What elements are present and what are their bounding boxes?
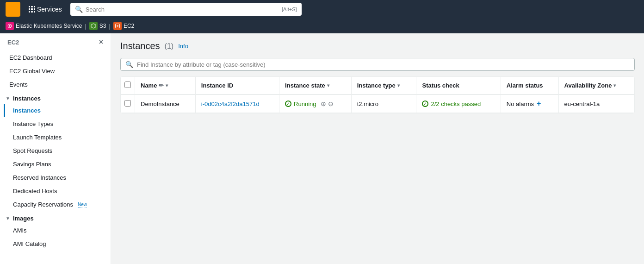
row-az-cell: eu-central-1a: [558, 94, 634, 113]
state-label: Running: [294, 101, 316, 107]
zoom-icons: ⊕ ⊖: [321, 100, 334, 107]
eks-label: Elastic Kubernetes Service: [16, 23, 82, 29]
col-alarm-status: Alarm status: [501, 77, 558, 94]
breadcrumb-ec2[interactable]: EC2: [113, 22, 134, 30]
sidebar-item-dedicated-hosts[interactable]: Dedicated Hosts: [4, 184, 111, 198]
sidebar-item-spot-requests[interactable]: Spot Requests: [4, 144, 111, 157]
instances-section-arrow: ▼: [6, 96, 10, 101]
instance-id-link[interactable]: i-0d02c4a2f2da1571d: [201, 101, 260, 107]
sidebar-item-ami-catalog[interactable]: AMI Catalog: [4, 237, 111, 251]
breadcrumb-s3[interactable]: S3: [89, 22, 106, 30]
instance-state-running: ✓ Running ⊕ ⊖: [285, 100, 346, 107]
row-instance-type-cell: t2.micro: [351, 94, 416, 113]
col-instance-state[interactable]: Instance state ▾: [279, 77, 352, 94]
sidebar-item-launch-templates[interactable]: Launch Templates: [4, 131, 111, 144]
status-check-dot: ✓: [422, 101, 428, 107]
table-row: DemoInstance i-0d02c4a2f2da1571d ✓ Runni…: [121, 94, 634, 113]
row-status-check-cell: ✓ 2/2 checks passed: [416, 94, 501, 113]
sidebar-section-images[interactable]: ▼ Images: [0, 211, 111, 224]
sidebar-close-button[interactable]: ×: [99, 38, 103, 46]
az-sort-icon[interactable]: ▾: [613, 83, 616, 88]
alarm-status-container: No alarms +: [507, 100, 553, 108]
images-section-arrow: ▼: [6, 216, 10, 221]
page-title: Instances: [120, 41, 160, 51]
add-alarm-button[interactable]: +: [537, 100, 541, 108]
sidebar-item-ec2-dashboard[interactable]: EC2 Dashboard: [0, 51, 111, 64]
images-section-label: Images: [13, 215, 34, 222]
aws-logo: [6, 2, 20, 17]
sidebar-header: EC2 ×: [0, 33, 111, 51]
instances-section-label: Instances: [13, 95, 41, 102]
alarm-status-value: No alarms: [507, 101, 534, 107]
status-checks: ✓ 2/2 checks passed: [422, 101, 495, 107]
sidebar: EC2 × EC2 Dashboard EC2 Global View Even…: [0, 33, 111, 264]
filter-bar[interactable]: 🔍: [120, 58, 635, 71]
sidebar-item-ec2-global-view[interactable]: EC2 Global View: [0, 64, 111, 78]
sidebar-item-reserved-instances[interactable]: Reserved Instances: [4, 171, 111, 184]
sidebar-sub-images: AMIs AMI Catalog: [0, 224, 111, 251]
search-icon: 🔍: [75, 6, 83, 13]
main-layout: EC2 × EC2 Dashboard EC2 Global View Even…: [0, 33, 644, 264]
sidebar-section-instances[interactable]: ▼ Instances: [0, 91, 111, 104]
select-all-checkbox[interactable]: [124, 82, 131, 88]
services-label: Services: [37, 6, 62, 13]
sidebar-item-events[interactable]: Events: [0, 78, 111, 91]
breadcrumb-bar: Elastic Kubernetes Service | S3 | EC2: [0, 19, 644, 33]
grid-icon: [29, 6, 35, 13]
col-instance-type[interactable]: Instance type ▾: [351, 77, 416, 94]
col-status-check: Status check: [416, 77, 501, 94]
col-instance-id: Instance ID: [195, 77, 279, 94]
row-checkbox[interactable]: [124, 100, 131, 107]
eks-icon: [6, 22, 14, 30]
table-header-row: Name ✏ ▾ Instance ID Ins: [121, 77, 634, 94]
info-link[interactable]: Info: [178, 43, 188, 50]
page-header: Instances (1) Info: [120, 41, 635, 51]
type-sort-icon[interactable]: ▾: [397, 83, 400, 88]
filter-input[interactable]: [137, 61, 630, 68]
breadcrumb-eks[interactable]: Elastic Kubernetes Service: [6, 22, 82, 30]
ec2-icon: [113, 22, 122, 30]
zoom-out-icon[interactable]: ⊖: [328, 100, 334, 107]
capacity-reservations-badge: New: [78, 202, 87, 207]
row-instance-id-cell: i-0d02c4a2f2da1571d: [195, 94, 279, 113]
row-name-cell: DemoInstance: [135, 94, 196, 113]
sidebar-title: EC2: [7, 39, 19, 46]
sidebar-item-instance-types[interactable]: Instance Types: [4, 117, 111, 131]
col-name[interactable]: Name ✏ ▾: [135, 77, 196, 94]
s3-icon: [89, 22, 98, 30]
sidebar-item-amis[interactable]: AMIs: [4, 224, 111, 237]
search-shortcut: [Alt+S]: [282, 6, 297, 12]
ec2-label: EC2: [124, 23, 134, 29]
state-sort-icon[interactable]: ▾: [327, 83, 329, 88]
name-sort-icon[interactable]: ▾: [166, 83, 168, 88]
name-edit-icon: ✏: [159, 82, 164, 89]
status-check-value: 2/2 checks passed: [431, 101, 481, 107]
row-select-cell[interactable]: [121, 94, 135, 113]
instance-name: DemoInstance: [141, 101, 180, 107]
row-alarm-cell: No alarms +: [501, 94, 558, 113]
instances-table: Name ✏ ▾ Instance ID Ins: [121, 77, 634, 113]
s3-label: S3: [99, 23, 106, 29]
select-all-cell[interactable]: [121, 77, 135, 94]
availability-zone-value: eu-central-1a: [564, 101, 600, 107]
running-status-dot: ✓: [285, 101, 291, 107]
services-button[interactable]: Services: [26, 4, 65, 15]
search-input[interactable]: [86, 6, 279, 13]
instance-type-value: t2.micro: [357, 101, 378, 107]
sidebar-item-capacity-reservations[interactable]: Capacity Reservations New: [4, 198, 111, 211]
col-availability-zone[interactable]: Availability Zone ▾: [558, 77, 634, 94]
instances-table-container: Name ✏ ▾ Instance ID Ins: [120, 76, 635, 113]
sidebar-item-savings-plans[interactable]: Savings Plans: [4, 157, 111, 171]
search-bar[interactable]: 🔍 [Alt+S]: [70, 3, 302, 16]
page-count: (1): [165, 42, 174, 50]
sidebar-item-instances[interactable]: Instances: [4, 104, 111, 117]
top-nav: Services 🔍 [Alt+S]: [0, 0, 644, 19]
filter-search-icon: 🔍: [125, 61, 133, 68]
sidebar-sub-instances: Instances Instance Types Launch Template…: [0, 104, 111, 211]
zoom-in-icon[interactable]: ⊕: [321, 100, 326, 107]
row-state-cell: ✓ Running ⊕ ⊖: [279, 94, 352, 113]
main-content: Instances (1) Info 🔍 Name: [111, 33, 644, 264]
